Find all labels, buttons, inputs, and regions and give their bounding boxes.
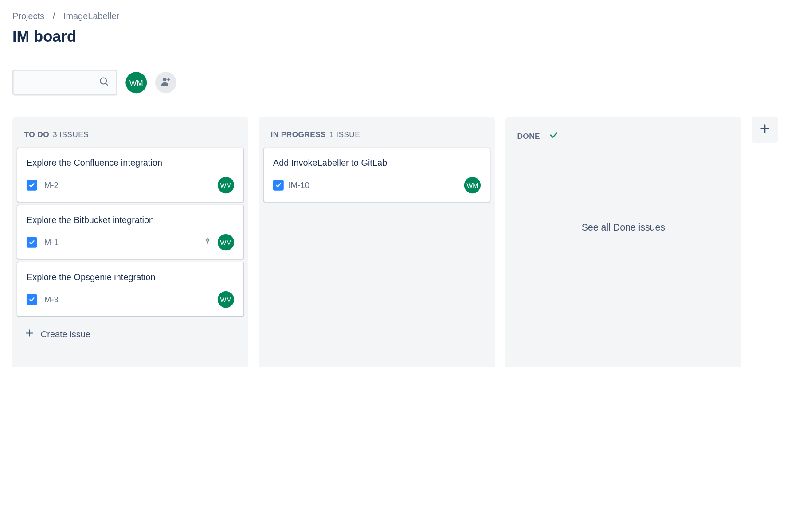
assignee-avatar[interactable]: WM — [464, 177, 481, 193]
page-title: IM board — [12, 28, 799, 46]
check-icon — [548, 130, 559, 142]
card-meta: IM-2 — [27, 180, 59, 191]
card-title: Add InvokeLabeller to GitLab — [273, 156, 415, 169]
assignee-avatar[interactable]: WM — [218, 234, 234, 250]
board-column: DONESee all Done issues — [505, 117, 741, 367]
search-input[interactable] — [12, 70, 118, 96]
add-column-button[interactable] — [752, 117, 778, 143]
kanban-board: TO DO3 ISSUESExplore the Confluence inte… — [12, 117, 799, 367]
card-title: Explore the Confluence integration — [27, 156, 168, 169]
create-issue-label: Create issue — [41, 329, 90, 339]
column-name: DONE — [517, 132, 540, 141]
column-header[interactable]: TO DO3 ISSUES — [17, 124, 244, 148]
column-name: IN PROGRESS — [271, 130, 326, 139]
card-footer: IM-1WM — [27, 234, 234, 250]
issue-key[interactable]: IM-10 — [288, 180, 309, 190]
task-type-icon — [27, 180, 37, 191]
assignee-avatar[interactable]: WM — [218, 177, 234, 193]
column-header[interactable]: IN PROGRESS1 ISSUE — [264, 124, 490, 148]
column-header[interactable]: DONE — [510, 124, 737, 152]
svg-line-1 — [106, 83, 108, 85]
plus-icon — [758, 122, 771, 137]
breadcrumb-separator: / — [53, 11, 55, 21]
task-type-icon — [27, 237, 37, 248]
add-person-icon — [160, 75, 172, 90]
issue-key[interactable]: IM-3 — [42, 295, 59, 304]
user-avatar[interactable]: WM — [125, 72, 147, 93]
card-right: WM — [218, 177, 234, 193]
card-right: WM — [464, 177, 481, 193]
board-toolbar: WM — [12, 70, 799, 96]
issue-card[interactable]: Explore the Opsgenie integrationIM-3WM — [17, 262, 244, 316]
svg-point-2 — [163, 78, 167, 81]
priority-icon — [204, 237, 212, 248]
column-name: TO DO — [24, 130, 49, 139]
card-footer: IM-3WM — [27, 291, 234, 308]
card-right: WM — [204, 234, 234, 250]
card-meta: IM-1 — [27, 237, 59, 248]
card-right: WM — [218, 291, 234, 308]
search-icon — [98, 76, 109, 89]
breadcrumb-project-name[interactable]: ImageLabeller — [63, 11, 119, 21]
add-member-button[interactable] — [155, 72, 176, 93]
assignee-avatar[interactable]: WM — [218, 291, 234, 308]
issue-key[interactable]: IM-1 — [42, 238, 59, 247]
card-footer: IM-2WM — [27, 177, 234, 193]
column-count: 1 ISSUE — [329, 130, 360, 139]
board-column: TO DO3 ISSUESExplore the Confluence inte… — [12, 117, 248, 367]
issue-key[interactable]: IM-2 — [42, 180, 59, 190]
plus-icon — [24, 328, 35, 340]
breadcrumb-projects[interactable]: Projects — [12, 11, 44, 21]
issue-card[interactable]: Add InvokeLabeller to GitLabIM-10WM — [264, 148, 490, 202]
card-footer: IM-10WM — [273, 177, 481, 193]
svg-point-0 — [100, 78, 106, 84]
issue-card[interactable]: Explore the Confluence integrationIM-2WM — [17, 148, 244, 202]
issue-card[interactable]: Explore the Bitbucket integrationIM-1WM — [17, 205, 244, 259]
breadcrumb: Projects / ImageLabeller — [12, 11, 799, 21]
column-count: 3 ISSUES — [53, 130, 89, 139]
see-all-done-link[interactable]: See all Done issues — [510, 152, 737, 304]
svg-point-6 — [207, 239, 209, 241]
task-type-icon — [273, 180, 284, 191]
card-title: Explore the Opsgenie integration — [27, 271, 168, 283]
board-column: IN PROGRESS1 ISSUEAdd InvokeLabeller to … — [259, 117, 495, 367]
card-meta: IM-10 — [273, 180, 309, 191]
task-type-icon — [27, 294, 37, 305]
card-title: Explore the Bitbucket integration — [27, 214, 168, 226]
card-meta: IM-3 — [27, 294, 59, 305]
svg-rect-4 — [167, 79, 170, 80]
create-issue-button[interactable]: Create issue — [17, 321, 244, 348]
